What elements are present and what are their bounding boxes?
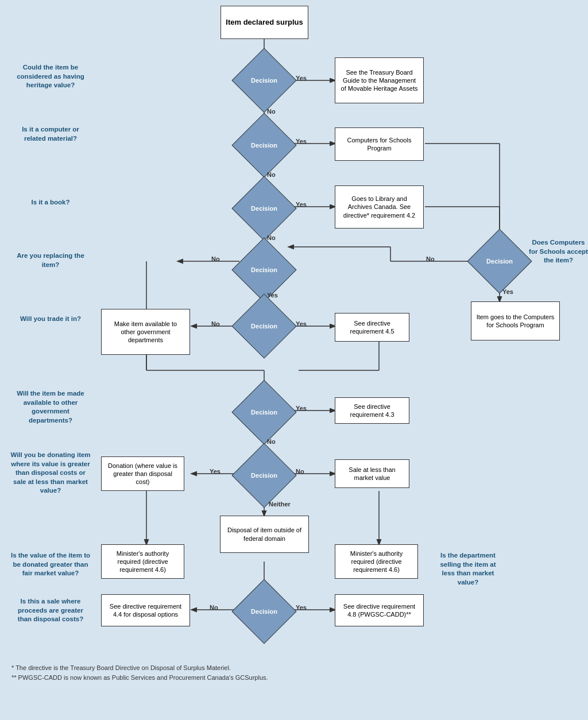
label-no-d5: No	[211, 320, 220, 327]
label-donating: Will you be donating item where its valu…	[10, 451, 91, 496]
box-ministers-1: Minister's authority required (directive…	[101, 544, 184, 579]
label-yes-d4b: Yes	[502, 288, 513, 295]
diamond-4b: Decision	[477, 238, 523, 284]
footer-line2: ** PWGSC-CADD is now known as Public Ser…	[11, 673, 268, 683]
label-yes-d3: Yes	[296, 201, 307, 208]
box-donation: Donation (where value is greater than di…	[101, 456, 184, 491]
box-library: Goes to Library and Archives Canada. See…	[335, 185, 424, 229]
label-yes-d4: Yes	[267, 292, 278, 299]
box-computers-schools: Computers for Schools Program	[335, 127, 424, 161]
box-computers-goes: Item goes to the Computers for Schools P…	[471, 301, 560, 340]
box-ministers-2: Minister's authority required (directive…	[335, 544, 418, 579]
label-trade: Will you trade it in?	[10, 315, 91, 324]
label-no-d6: No	[267, 438, 276, 445]
diamond-2: Decision	[241, 122, 287, 168]
footer: * The directive is the Treasury Board Di…	[11, 663, 268, 683]
box-directive-43: See directive requirement 4.3	[335, 397, 409, 424]
box-directive-44: See directive requirement 4.4 for dispos…	[101, 594, 190, 626]
label-available: Will the item be made available to other…	[10, 389, 91, 425]
label-computers-accept: Does Computers for Schools accept the it…	[528, 238, 588, 265]
diamond-7: Decision	[241, 452, 287, 498]
flowchart: Item declared surplus Decision See the T…	[0, 0, 588, 689]
label-yes-d8: Yes	[296, 604, 307, 611]
label-dept-selling: Is the department selling the item at le…	[434, 551, 502, 587]
box-sale: Sale at less than market value	[335, 459, 409, 488]
label-no-d7: No	[296, 468, 304, 475]
label-donated-value: Is the value of the item to be donated g…	[10, 551, 91, 578]
label-no-d3: No	[267, 234, 276, 241]
label-yes-d1: Yes	[296, 75, 307, 82]
label-no-d1: No	[267, 108, 276, 115]
label-sale-proceeds: Is this a sale where proceeds are greate…	[10, 597, 91, 624]
label-yes-d6: Yes	[296, 405, 307, 412]
label-no-d4b: No	[426, 256, 435, 262]
label-book: Is it a book?	[10, 198, 91, 207]
diamond-1: Decision	[241, 57, 287, 103]
box-treasury: See the Treasury Board Guide to the Mana…	[335, 57, 424, 103]
box-disposal: Disposal of item outside of federal doma…	[220, 516, 309, 553]
label-yes-d2: Yes	[296, 138, 307, 145]
diamond-6: Decision	[241, 389, 287, 435]
diamond-4: Decision	[241, 247, 287, 293]
start-box: Item declared surplus	[220, 6, 308, 39]
label-computer: Is it a computer or related material?	[10, 125, 91, 143]
label-no-d8: No	[210, 604, 218, 611]
footer-line1: * The directive is the Treasury Board Di…	[11, 663, 268, 673]
box-make-available: Make item available to other government …	[101, 309, 190, 355]
label-yes-d7: Yes	[210, 468, 220, 475]
diamond-5: Decision	[241, 303, 287, 349]
label-neither-d7: Neither	[269, 501, 291, 508]
label-replacing: Are you replacing the item?	[10, 251, 91, 269]
label-no-d2: No	[267, 171, 276, 178]
label-yes-d5: Yes	[296, 320, 307, 327]
diamond-3: Decision	[241, 185, 287, 231]
box-directive-45: See directive requirement 4.5	[335, 313, 409, 342]
diamond-8: Decision	[241, 589, 287, 634]
label-no-d4: No	[211, 256, 220, 262]
label-heritage: Could the item be considered as having h…	[10, 63, 91, 90]
box-directive-48: See directive requirement 4.8 (PWGSC-CAD…	[335, 594, 424, 626]
